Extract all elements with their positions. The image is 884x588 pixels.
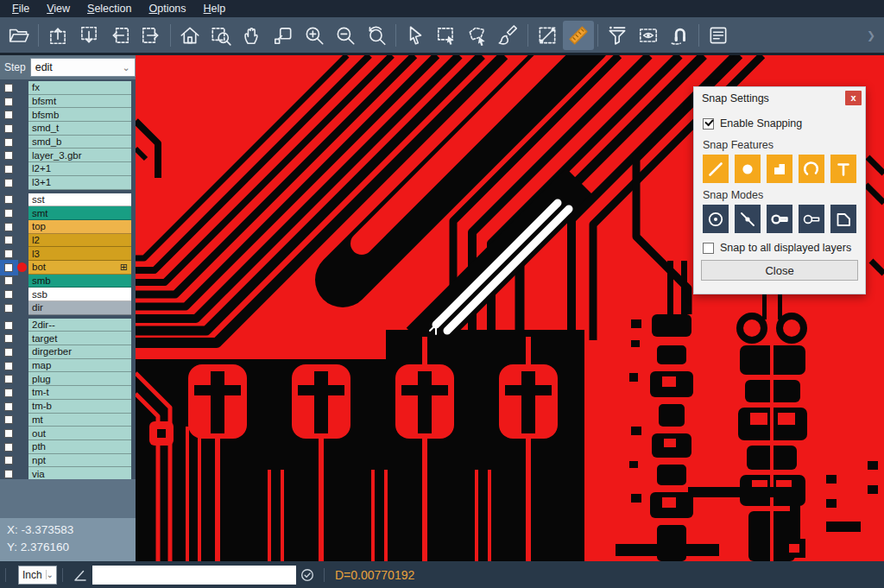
dialog-close-action-button[interactable]: Close bbox=[701, 260, 858, 281]
menu-file[interactable]: File bbox=[3, 0, 38, 17]
layer-row-smb[interactable]: smb bbox=[0, 275, 136, 288]
snap-mode-center-button[interactable] bbox=[703, 205, 729, 233]
layer-visibility-checkbox[interactable] bbox=[0, 122, 17, 136]
layer-visibility-checkbox[interactable] bbox=[0, 454, 17, 468]
layer-row-bfsmt[interactable]: bfsmt bbox=[0, 95, 136, 109]
snap-feature-pad-button[interactable] bbox=[735, 155, 761, 183]
zoom-previous-button[interactable] bbox=[361, 21, 392, 50]
select-polygon-button[interactable] bbox=[462, 21, 493, 50]
layer-visibility-checkbox[interactable] bbox=[0, 400, 17, 414]
layer-visibility-checkbox[interactable] bbox=[0, 301, 17, 315]
zoom-in-button[interactable] bbox=[299, 21, 330, 50]
layer-row-smd_t[interactable]: smd_t bbox=[0, 122, 136, 136]
layer-row-tm-t[interactable]: tm-t bbox=[0, 386, 136, 400]
layer-visibility-checkbox[interactable] bbox=[0, 220, 17, 234]
layer-visibility-checkbox[interactable] bbox=[0, 234, 17, 248]
ruler-button[interactable] bbox=[563, 21, 594, 50]
move-up-button[interactable] bbox=[42, 21, 73, 50]
menu-options[interactable]: Options bbox=[140, 0, 194, 17]
layer-visibility-checkbox[interactable] bbox=[0, 206, 17, 220]
layer-row-dirgerber[interactable]: dirgerber bbox=[0, 345, 136, 359]
layer-row-2dir--[interactable]: 2dir-- bbox=[0, 319, 136, 332]
move-left-button[interactable] bbox=[104, 21, 136, 50]
move-down-button[interactable] bbox=[73, 21, 104, 50]
snap-mode-corner-button[interactable] bbox=[830, 205, 856, 233]
layer-row-npt[interactable]: npt bbox=[0, 454, 136, 468]
layer-row-pth[interactable]: pth bbox=[0, 440, 136, 454]
layer-row-out[interactable]: out bbox=[0, 427, 136, 440]
layer-row-mt[interactable]: mt bbox=[0, 414, 136, 427]
menu-help[interactable]: Help bbox=[195, 0, 235, 17]
select-rectangle-button[interactable] bbox=[431, 21, 462, 50]
snap-feature-text-button[interactable] bbox=[830, 155, 856, 183]
layer-visibility-checkbox[interactable] bbox=[0, 386, 17, 400]
angle-measure-icon[interactable] bbox=[72, 566, 89, 584]
layer-visibility-checkbox[interactable] bbox=[0, 261, 17, 275]
layer-row-l2[interactable]: l2 bbox=[0, 234, 136, 248]
layer-row-plug[interactable]: plug bbox=[0, 372, 136, 386]
layer-visibility-checkbox[interactable] bbox=[0, 247, 17, 261]
layer-visibility-checkbox[interactable] bbox=[0, 176, 17, 190]
layer-visibility-checkbox[interactable] bbox=[0, 288, 17, 301]
home-view-button[interactable] bbox=[174, 21, 205, 50]
layer-row-target[interactable]: target bbox=[0, 332, 136, 345]
snap-feature-line-button[interactable] bbox=[703, 155, 729, 183]
layer-visibility-checkbox[interactable] bbox=[0, 427, 17, 440]
layer-visibility-checkbox[interactable] bbox=[0, 193, 17, 207]
layers-panel-button[interactable] bbox=[703, 21, 734, 50]
command-input[interactable] bbox=[92, 566, 296, 585]
zoom-out-button[interactable] bbox=[330, 21, 361, 50]
layer-visibility-checkbox[interactable] bbox=[0, 414, 17, 427]
snap-mode-entire-feature-button[interactable] bbox=[767, 205, 792, 233]
snap-mode-midpoint-button[interactable] bbox=[735, 205, 761, 233]
enable-snapping-checkbox[interactable] bbox=[703, 118, 714, 130]
layer-visibility-checkbox[interactable] bbox=[0, 319, 17, 332]
snap-feature-arc-button[interactable] bbox=[799, 155, 824, 183]
layer-visibility-checkbox[interactable] bbox=[0, 275, 17, 288]
layer-row-l3[interactable]: l3 bbox=[0, 247, 136, 261]
toolbar-overflow-chevron[interactable]: ❯ bbox=[867, 29, 881, 41]
zoom-window-button[interactable] bbox=[205, 21, 237, 50]
open-file-button[interactable] bbox=[3, 21, 35, 50]
filter-button[interactable] bbox=[602, 21, 633, 50]
apply-check-icon[interactable] bbox=[300, 567, 315, 583]
unit-dropdown[interactable]: Inch ⌄ bbox=[18, 566, 57, 585]
pan-hand-button[interactable] bbox=[237, 21, 268, 50]
step-dropdown[interactable]: edit ⌄ bbox=[30, 58, 136, 77]
layer-visibility-checkbox[interactable] bbox=[0, 149, 17, 162]
dialog-close-button[interactable]: x bbox=[845, 91, 862, 105]
layer-row-bot[interactable]: bot⊞ bbox=[0, 261, 136, 275]
snap-mode-feature-outline-button[interactable] bbox=[799, 205, 824, 233]
layer-row-bfsmb[interactable]: bfsmb bbox=[0, 108, 136, 122]
measure-line-button[interactable] bbox=[532, 21, 563, 50]
view-region-button[interactable] bbox=[633, 21, 664, 50]
snap-all-layers-checkbox[interactable] bbox=[703, 243, 714, 254]
layer-row-ssb[interactable]: ssb bbox=[0, 288, 136, 301]
layer-visibility-checkbox[interactable] bbox=[0, 372, 17, 386]
layer-visibility-checkbox[interactable] bbox=[0, 345, 17, 359]
select-pointer-button[interactable] bbox=[400, 21, 431, 50]
layer-visibility-checkbox[interactable] bbox=[0, 136, 17, 149]
layer-row-sst[interactable]: sst bbox=[0, 193, 136, 207]
layer-visibility-checkbox[interactable] bbox=[0, 95, 17, 109]
brush-select-button[interactable] bbox=[493, 21, 524, 50]
layer-row-map[interactable]: map bbox=[0, 359, 136, 373]
layer-row-top[interactable]: top bbox=[0, 220, 136, 234]
layer-visibility-checkbox[interactable] bbox=[0, 359, 17, 373]
layer-visibility-checkbox[interactable] bbox=[0, 108, 17, 122]
layer-row-layer_3.gbr[interactable]: layer_3.gbr bbox=[0, 149, 136, 162]
move-right-button[interactable] bbox=[136, 21, 167, 50]
layer-row-smd_b[interactable]: smd_b bbox=[0, 136, 136, 149]
layer-visibility-checkbox[interactable] bbox=[0, 162, 17, 176]
transform-move-button[interactable] bbox=[268, 21, 299, 50]
layer-row-dir[interactable]: dir bbox=[0, 301, 136, 315]
snap-magnet-button[interactable] bbox=[664, 21, 695, 50]
layer-row-l2+1[interactable]: l2+1 bbox=[0, 162, 136, 176]
snap-feature-surface-button[interactable] bbox=[767, 155, 792, 183]
layer-visibility-checkbox[interactable] bbox=[0, 81, 17, 95]
layer-row-tm-b[interactable]: tm-b bbox=[0, 400, 136, 414]
menu-selection[interactable]: Selection bbox=[79, 0, 140, 17]
layer-visibility-checkbox[interactable] bbox=[0, 332, 17, 345]
layer-row-fx[interactable]: fx bbox=[0, 81, 136, 95]
layer-row-l3+1[interactable]: l3+1 bbox=[0, 176, 136, 190]
